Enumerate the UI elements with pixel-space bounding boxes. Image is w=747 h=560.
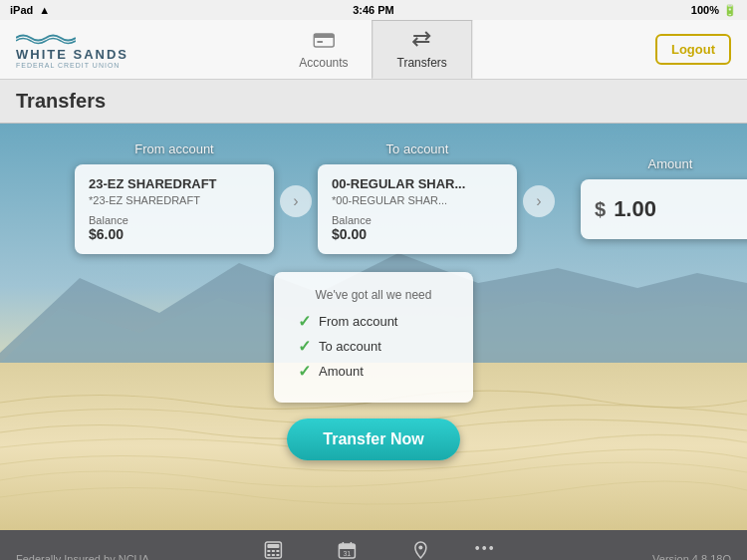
svg-rect-1	[314, 34, 334, 38]
arrow2-container: ›	[517, 157, 561, 239]
logo-subtitle: FEDERAL CREDIT UNION	[16, 62, 120, 69]
svg-rect-16	[276, 554, 279, 556]
to-account-name: 00-REGULAR SHAR...	[332, 176, 503, 191]
nav-tabs: Accounts Transfers	[275, 20, 472, 79]
svg-rect-12	[271, 550, 274, 552]
to-balance-amount: $0.00	[332, 226, 503, 242]
status-bar: iPad ▲ 3:46 PM 100% 🔋	[0, 0, 747, 20]
accounts-icon	[313, 30, 335, 53]
confirm-from-text: From account	[319, 314, 397, 329]
time-display: 3:46 PM	[353, 4, 394, 16]
confirm-item-amount: ✓ Amount	[298, 362, 449, 381]
confirm-title: We've got all we need	[298, 288, 449, 302]
amount-card: $	[581, 179, 747, 239]
to-account-label: To account	[386, 141, 449, 156]
next-from-arrow[interactable]: ›	[280, 185, 312, 217]
battery-display: 100%	[691, 4, 719, 16]
confirm-item-from: ✓ From account	[298, 312, 449, 331]
logo-waves-icon	[16, 31, 76, 45]
carrier-label: iPad	[10, 4, 33, 16]
from-account-card[interactable]: 23-EZ SHAREDRAFT *23-EZ SHAREDRAFT Balan…	[75, 164, 274, 254]
logo-name: WHITE SANDS	[16, 47, 128, 62]
from-account-label: From account	[134, 141, 213, 156]
check-amount-icon: ✓	[298, 362, 311, 381]
to-account-card[interactable]: 00-REGULAR SHAR... *00-REGULAR SHAR... B…	[318, 164, 517, 254]
tab-transfers[interactable]: Transfers	[373, 20, 472, 79]
logo-area: WHITE SANDS FEDERAL CREDIT UNION	[0, 31, 159, 69]
svg-rect-2	[317, 41, 323, 43]
top-nav: WHITE SANDS FEDERAL CREDIT UNION Account…	[0, 20, 747, 80]
svg-rect-15	[271, 554, 274, 556]
version-text: Version 4.8.18Q	[652, 553, 731, 560]
page-title-bar: Transfers	[0, 80, 747, 124]
check-to-icon: ✓	[298, 337, 311, 356]
to-account-column: To account 00-REGULAR SHAR... *00-REGULA…	[318, 141, 517, 254]
svg-point-23	[418, 545, 422, 549]
battery-icon: 🔋	[723, 4, 737, 17]
confirm-item-to: ✓ To account	[298, 337, 449, 356]
check-from-icon: ✓	[298, 312, 311, 331]
to-account-sub: *00-REGULAR SHAR...	[332, 194, 503, 206]
confirm-amount-text: Amount	[319, 364, 364, 379]
transfer-overlay: From account 23-EZ SHAREDRAFT *23-EZ SHA…	[0, 124, 747, 530]
more-icon: •••	[475, 540, 496, 556]
svg-rect-10	[267, 544, 279, 548]
amount-label: Amount	[648, 156, 693, 171]
to-balance-label: Balance	[332, 214, 503, 226]
bottom-nav-calendar[interactable]: 31 Calendar	[327, 540, 368, 561]
main-content: From account 23-EZ SHAREDRAFT *23-EZ SHA…	[0, 124, 747, 530]
dollar-sign: $	[595, 198, 606, 221]
bottom-nav-calculator[interactable]: Calculator	[250, 540, 295, 561]
transfers-icon	[411, 30, 433, 53]
tab-transfers-label: Transfers	[397, 56, 447, 70]
transfer-now-button[interactable]: Transfer Now	[287, 419, 459, 460]
bottom-bar: Federally Insured by NCUA Calculator	[0, 530, 747, 560]
wifi-icon: ▲	[39, 4, 50, 16]
locations-icon	[410, 540, 430, 561]
svg-rect-11	[267, 550, 270, 552]
from-account-name: 23-EZ SHAREDRAFT	[89, 176, 260, 191]
arrow1-container: ›	[274, 157, 318, 239]
svg-rect-13	[276, 550, 279, 552]
logout-button[interactable]: Logout	[655, 34, 731, 65]
svg-text:31: 31	[344, 550, 352, 557]
calendar-icon: 31	[338, 540, 358, 561]
page-title: Transfers	[16, 90, 106, 113]
from-account-sub: *23-EZ SHAREDRAFT	[89, 194, 260, 206]
amount-column: Amount $	[581, 156, 747, 239]
tab-accounts-label: Accounts	[299, 56, 348, 70]
federally-insured-text: Federally Insured by NCUA	[0, 553, 149, 560]
account-row: From account 23-EZ SHAREDRAFT *23-EZ SHA…	[35, 141, 712, 254]
tab-accounts[interactable]: Accounts	[275, 20, 372, 79]
bottom-nav-more[interactable]: ••• More	[474, 540, 497, 561]
confirm-panel: We've got all we need ✓ From account ✓ T…	[274, 272, 473, 403]
bottom-nav-locations[interactable]: Locations	[399, 540, 442, 561]
svg-rect-19	[340, 547, 356, 549]
bottom-nav: Calculator 31 Calendar	[250, 540, 496, 561]
next-to-arrow[interactable]: ›	[523, 185, 555, 217]
calculator-icon	[263, 540, 283, 561]
amount-input[interactable]	[614, 196, 733, 222]
from-balance-amount: $6.00	[89, 226, 260, 242]
from-account-column: From account 23-EZ SHAREDRAFT *23-EZ SHA…	[75, 141, 274, 254]
svg-rect-14	[267, 554, 270, 556]
from-balance-label: Balance	[89, 214, 260, 226]
confirm-to-text: To account	[319, 339, 381, 354]
